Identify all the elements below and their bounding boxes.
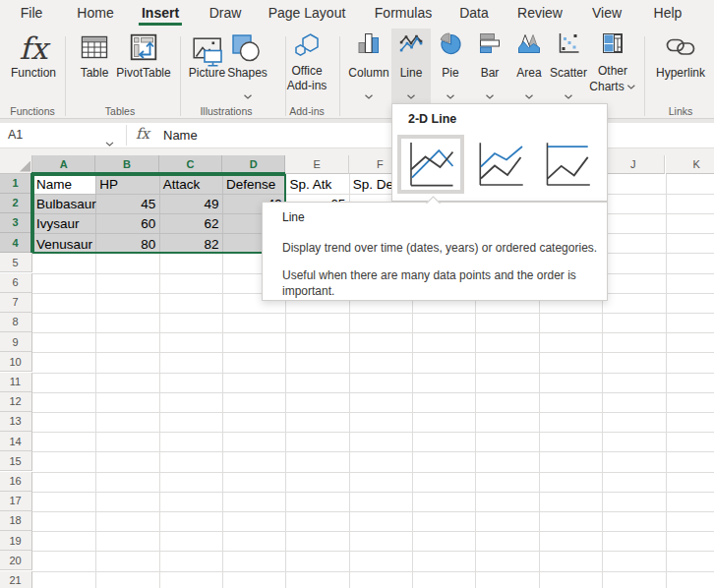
tooltip-description: Display trend over time (dates, years) o… [282, 240, 609, 256]
row-header-18[interactable]: 18 [0, 511, 32, 531]
gridline [32, 511, 714, 512]
gridline [32, 451, 714, 452]
column-header-k[interactable]: K [666, 155, 714, 174]
gridline [32, 432, 714, 433]
gridline [32, 352, 714, 353]
gridline [32, 492, 714, 493]
office-add-ins-label: Office [291, 65, 322, 78]
row-header-6[interactable]: 6 [0, 273, 32, 293]
chevron-down-icon [627, 80, 636, 92]
pivottable-label: PivotTable [116, 67, 170, 80]
fx-icon[interactable]: fx [136, 125, 149, 143]
hundred-percent-stacked-line-chart-option[interactable] [545, 142, 590, 187]
row-header-20[interactable]: 20 [0, 551, 32, 570]
row-header-14[interactable]: 14 [0, 432, 32, 451]
row-header-4[interactable]: 4 [0, 233, 32, 253]
tab-review[interactable]: Review [517, 0, 563, 27]
shapes-label: Shapes [227, 67, 268, 80]
selected-columns-accent [31, 172, 285, 174]
line-chart-tooltip: Line Display trend over time (dates, yea… [262, 202, 608, 301]
gridline [32, 571, 714, 572]
office-add-ins-label2: Add-ins [287, 80, 327, 92]
gridline [32, 472, 714, 473]
gridline [32, 392, 714, 393]
name-box-divider [126, 125, 127, 146]
row-header-9[interactable]: 9 [0, 332, 32, 352]
other-charts-label: Other [598, 65, 627, 78]
row-header-2[interactable]: 2 [0, 194, 32, 213]
gridline [666, 174, 667, 588]
cell-e1[interactable]: Sp. Atk [289, 175, 345, 193]
row-header-21[interactable]: 21 [0, 571, 32, 588]
row-header-13[interactable]: 13 [0, 412, 32, 432]
ribbon-tab-bar: File Home Insert Draw Page Layout Formul… [0, 0, 714, 27]
tab-formulas[interactable]: Formulas [375, 0, 432, 27]
dropdown-section-title: 2-D Line [408, 112, 456, 126]
row-header-11[interactable]: 11 [0, 373, 32, 392]
selected-rows-accent [30, 173, 32, 254]
gridline [32, 332, 714, 333]
row-header-3[interactable]: 3 [0, 213, 32, 233]
tab-file[interactable]: File [21, 0, 43, 27]
tab-help[interactable]: Help [654, 0, 683, 27]
group-label-functions: Functions [10, 105, 55, 118]
shapes-icon [232, 34, 260, 66]
row-header-5[interactable]: 5 [0, 253, 32, 272]
row-header-12[interactable]: 12 [0, 392, 32, 412]
tooltip-description2: Useful when there are many data points a… [282, 267, 609, 299]
row-header-7[interactable]: 7 [0, 293, 32, 313]
line-chart-option[interactable] [397, 135, 464, 194]
column-chart-icon [356, 30, 382, 60]
tab-view[interactable]: View [592, 0, 622, 27]
excel-window: File Home Insert Draw Page Layout Formul… [0, 0, 714, 588]
other-charts-icon [600, 30, 625, 60]
selection-border [32, 174, 286, 254]
formula-input[interactable]: Name [163, 128, 198, 143]
line-chart-option-icon [408, 142, 453, 187]
column-label: Column [348, 67, 388, 80]
hundred-percent-stacked-line-chart-option-icon [545, 142, 590, 187]
hyperlink-label: Hyperlink [656, 67, 705, 80]
gridline [32, 531, 714, 532]
pivottable-icon [130, 33, 157, 65]
group-label-tables: Tables [105, 105, 135, 118]
tab-home[interactable]: Home [77, 0, 113, 27]
hyperlink-button[interactable]: Hyperlink [641, 27, 714, 117]
group-label-links: Links [669, 105, 693, 118]
gridline [32, 551, 714, 552]
row-header-10[interactable]: 10 [0, 352, 32, 372]
fx-function-icon: fx [13, 33, 54, 69]
function-label: Function [11, 67, 56, 80]
row-header-17[interactable]: 17 [0, 492, 32, 511]
tab-data[interactable]: Data [459, 0, 489, 27]
tooltip-title: Line [282, 210, 305, 224]
tooltip-caret [423, 195, 441, 204]
row-header-15[interactable]: 15 [0, 451, 32, 471]
tab-page-layout[interactable]: Page Layout [268, 0, 346, 27]
office-add-ins-icon [293, 32, 321, 64]
gridline [32, 373, 714, 374]
chevron-down-icon [243, 86, 252, 90]
name-box[interactable]: A1 [0, 123, 126, 147]
svg-text:fx: fx [20, 33, 51, 65]
line-chart-dropdown: 2-D Line [391, 103, 608, 202]
chevron-down-icon [365, 86, 374, 90]
stacked-line-chart-option[interactable] [478, 142, 523, 187]
name-box-cell-ref: A1 [8, 128, 23, 142]
column-header-e[interactable]: E [285, 155, 348, 174]
group-label-illustrations: Illustrations [200, 105, 252, 118]
row-header-1[interactable]: 1 [0, 174, 32, 194]
gridline [32, 313, 714, 314]
gridline [32, 412, 714, 413]
other-charts-label2: Charts [589, 80, 635, 93]
row-header-16[interactable]: 16 [0, 472, 32, 492]
tab-insert[interactable]: Insert [142, 0, 179, 27]
stacked-line-chart-option-icon [478, 142, 523, 187]
row-header-19[interactable]: 19 [0, 531, 32, 551]
column-header-j[interactable]: J [602, 155, 665, 174]
group-label-add-ins: Add-ins [289, 105, 325, 118]
tab-draw[interactable]: Draw [209, 0, 242, 27]
chevron-down-icon [565, 86, 573, 90]
hyperlink-icon [666, 38, 695, 63]
row-header-8[interactable]: 8 [0, 313, 32, 332]
